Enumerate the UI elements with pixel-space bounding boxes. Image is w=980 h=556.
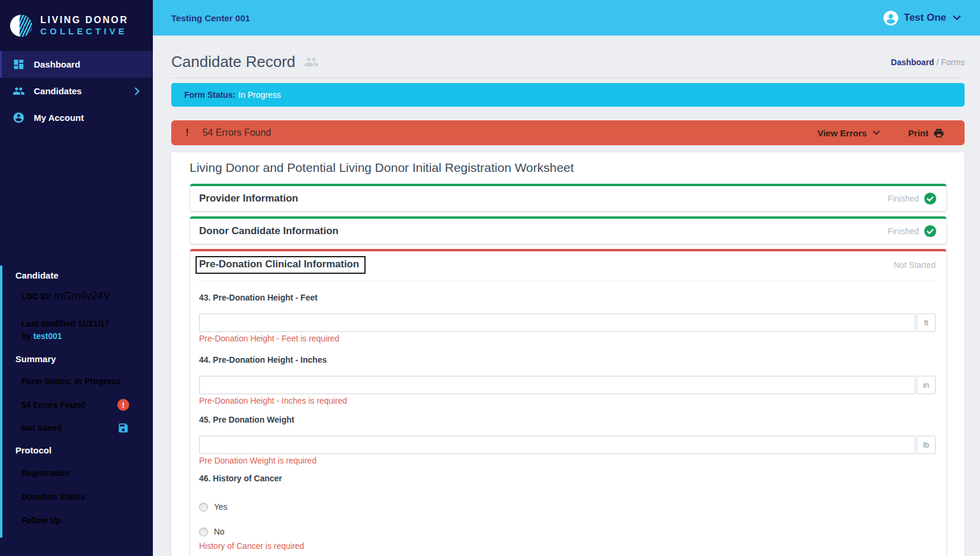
- section-header[interactable]: Pre-Donation Clinical Information Not St…: [199, 256, 936, 274]
- brand-text: LIVING DONOR COLLECTIVE: [40, 14, 129, 37]
- validation-error-history-of-cancer: History of Cancer is required: [199, 541, 936, 551]
- center-name-label: Testing Center 001: [171, 13, 250, 23]
- sidebar-item-label: Dashboard: [34, 59, 80, 69]
- breadcrumb: Dashboard / Forms: [891, 57, 965, 67]
- field-label-history-of-cancer: 46. History of Cancer: [199, 474, 936, 483]
- unit-suffix-lb: lb: [917, 436, 936, 454]
- panel-not-saved-label: Not Saved: [21, 423, 62, 433]
- panel-errors-row: 54 Errors Found !: [21, 399, 129, 411]
- field-label-height-inches: 44. Pre-Donation Height - Inches: [199, 355, 936, 365]
- form-status-banner: Form Status: In Progress: [171, 83, 965, 107]
- breadcrumb-separator: /: [937, 57, 939, 67]
- section-title: Provider Information: [199, 193, 298, 204]
- breadcrumb-current: Forms: [941, 57, 965, 67]
- validation-error-height-inches: Pre-Donation Height - Inches is required: [199, 396, 936, 405]
- radio-button-icon[interactable]: [199, 528, 208, 536]
- height-inches-input[interactable]: [199, 376, 915, 394]
- radio-option-no[interactable]: No: [199, 526, 936, 538]
- height-feet-input[interactable]: [199, 314, 915, 332]
- header-divider: [171, 78, 965, 78]
- error-count-text: 54 Errors Found: [203, 127, 271, 138]
- main-column: Testing Center 001 Test One Candidate Re…: [153, 0, 980, 556]
- brand-logo-icon: [10, 15, 32, 37]
- view-errors-button[interactable]: View Errors: [818, 128, 881, 138]
- check-circle-icon: [924, 192, 937, 205]
- brand-logo-link[interactable]: LIVING DONOR COLLECTIVE: [0, 0, 153, 51]
- content-area: Candidate Record Dashboard / Forms Form …: [153, 36, 980, 556]
- brand-line1: LIVING DONOR: [40, 14, 129, 26]
- breadcrumb-dashboard-link[interactable]: Dashboard: [891, 57, 934, 67]
- topbar: Testing Center 001 Test One: [153, 0, 980, 36]
- by-prefix: by: [21, 331, 31, 341]
- page-title: Candidate Record: [171, 53, 296, 71]
- app-window: LIVING DONOR COLLECTIVE Dashboard Candid…: [0, 0, 980, 556]
- exclamation-icon: !: [185, 127, 189, 139]
- section-status-label: Finished: [888, 226, 919, 236]
- radio-option-yes[interactable]: Yes: [199, 501, 936, 513]
- user-avatar-icon: [883, 10, 899, 26]
- section-pre-donation-clinical: Pre-Donation Clinical Information Not St…: [190, 249, 947, 556]
- panel-heading-protocol: Protocol: [15, 445, 52, 455]
- unit-suffix-ft: ft: [917, 314, 936, 332]
- page-header: Candidate Record Dashboard / Forms: [171, 49, 965, 75]
- sidebar-item-label: My Account: [34, 113, 84, 123]
- view-errors-label: View Errors: [818, 128, 867, 138]
- people-icon: [304, 55, 319, 69]
- worksheet-card: Living Donor and Potential Living Donor …: [171, 152, 965, 556]
- section-provider-information[interactable]: Provider Information Finished: [190, 184, 947, 212]
- sidebar-item-my-account[interactable]: My Account: [0, 104, 153, 131]
- chevron-down-icon: [872, 128, 881, 138]
- ldc-id-label: LDC ID:: [21, 292, 52, 301]
- section-title-focused: Pre-Donation Clinical Information: [196, 256, 366, 274]
- sidebar-item-donation-status[interactable]: Donation Status: [21, 492, 85, 501]
- ldc-id-value: mGm4v24V: [54, 290, 110, 302]
- form-fields: 43. Pre-Donation Height - Feet ft Pre-Do…: [199, 282, 936, 551]
- dashboard-grid-icon: [12, 58, 25, 71]
- ldc-id-row: LDC ID: mGm4v24V: [21, 290, 110, 302]
- section-title: Donor Candidate Information: [199, 225, 338, 237]
- user-name-label: Test One: [904, 12, 946, 24]
- sidebar-item-dashboard[interactable]: Dashboard: [0, 51, 153, 78]
- brand-line2: COLLECTIVE: [40, 26, 129, 37]
- weight-input[interactable]: [199, 436, 915, 454]
- panel-heading-candidate: Candidate: [15, 270, 59, 280]
- sidebar-item-candidates[interactable]: Candidates: [0, 78, 153, 104]
- panel-not-saved-row: Not Saved: [21, 422, 129, 434]
- sidebar-item-label: Candidates: [34, 86, 82, 96]
- section-donor-candidate-information[interactable]: Donor Candidate Information Finished: [190, 216, 947, 244]
- last-modified-by: by test001: [21, 331, 62, 341]
- field-label-height-feet: 43. Pre-Donation Height - Feet: [199, 293, 936, 302]
- error-summary-banner: ! 54 Errors Found View Errors Print: [171, 120, 965, 145]
- candidate-summary-panel: Candidate LDC ID: mGm4v24V Last modified…: [0, 266, 153, 538]
- section-status-label: Finished: [888, 194, 919, 203]
- print-button[interactable]: Print: [908, 127, 944, 139]
- validation-error-weight: Pre Donation Weight is required: [199, 456, 936, 465]
- sidebar-item-registration[interactable]: Registration: [21, 468, 70, 478]
- user-menu[interactable]: Test One: [883, 10, 962, 26]
- save-floppy-icon: [117, 422, 129, 434]
- sidebar: LIVING DONOR COLLECTIVE Dashboard Candid…: [0, 0, 153, 556]
- form-status-label: Form Status:: [184, 90, 235, 100]
- panel-errors-label: 54 Errors Found: [21, 400, 85, 410]
- panel-form-status: Form Status: In Progress: [21, 376, 120, 386]
- chevron-right-icon: [132, 86, 142, 97]
- check-circle-icon: [924, 225, 937, 238]
- unit-suffix-in: in: [917, 376, 936, 394]
- form-status-value: In Progress: [238, 90, 281, 100]
- modified-by-user-link[interactable]: test001: [33, 331, 62, 341]
- sidebar-item-follow-up[interactable]: Follow Up: [21, 516, 61, 525]
- print-label: Print: [908, 128, 928, 138]
- validation-error-height-feet: Pre-Donation Height - Feet is required: [199, 334, 936, 343]
- printer-icon: [933, 127, 944, 139]
- person-circle-icon: [12, 111, 25, 124]
- error-badge-icon: !: [117, 399, 129, 411]
- radio-label: Yes: [214, 502, 228, 512]
- section-status-label: Not Started: [893, 260, 936, 270]
- people-icon: [12, 85, 25, 97]
- chevron-down-icon: [952, 12, 962, 23]
- last-modified-date: Last modified 11/21/17: [21, 319, 110, 328]
- radio-button-icon[interactable]: [199, 503, 208, 512]
- worksheet-title: Living Donor and Potential Living Donor …: [190, 160, 947, 175]
- field-label-weight: 45. Pre Donation Weight: [199, 415, 936, 424]
- radio-label: No: [214, 527, 225, 536]
